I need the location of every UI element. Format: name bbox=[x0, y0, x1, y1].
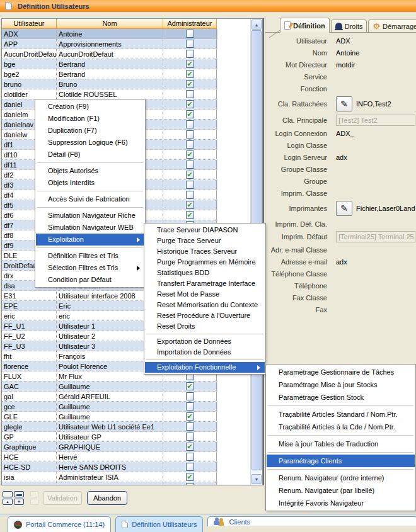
menu-item-parametrage-gestionnaire-de-taches[interactable]: Paramétrage Gestionnaire de Tâches bbox=[267, 366, 415, 378]
field-value[interactable]: ADX_ bbox=[336, 130, 354, 137]
field-value[interactable]: adx bbox=[336, 258, 347, 266]
menu-item-duplication-f7[interactable]: Duplication (F7) bbox=[36, 125, 144, 137]
list-edit-button[interactable]: ✎ bbox=[336, 201, 352, 216]
admin-checkbox[interactable] bbox=[186, 453, 194, 461]
admin-checkbox[interactable] bbox=[186, 140, 194, 149]
tab-definition[interactable]: Définition bbox=[280, 18, 330, 33]
nav-bar-button[interactable] bbox=[14, 491, 24, 497]
menu-item-definition-filtres-et-tris[interactable]: Définition Filtres et Tris bbox=[36, 250, 144, 262]
menu-item-reset-memorisation-du-contexte[interactable]: Reset Mémorisation du Contexte bbox=[145, 300, 265, 310]
table-row[interactable]: galGérald ARFEUIL bbox=[2, 392, 217, 402]
menu-item-statistiques-bdd[interactable]: Statistiques BDD bbox=[145, 268, 265, 278]
menu-item-detail-f8[interactable]: Détail (F8) bbox=[36, 149, 144, 161]
admin-checkbox[interactable]: ✔ bbox=[186, 412, 194, 421]
menu-item-parametrage-mise-a-jour-stocks[interactable]: Paramétrage Mise à jour Stocks bbox=[267, 378, 415, 391]
tab-demarrage[interactable]: ⚙Démarrage bbox=[368, 20, 416, 32]
table-row[interactable]: bge2Bertrand✔ bbox=[2, 69, 217, 79]
table-row[interactable]: GPUtilisateur GP bbox=[2, 432, 217, 442]
table-row[interactable]: gceGuillaume bbox=[2, 402, 217, 412]
admin-checkbox[interactable] bbox=[186, 120, 194, 128]
menu-item-exploitation[interactable]: Exploitation bbox=[36, 234, 144, 246]
admin-checkbox[interactable] bbox=[186, 50, 194, 58]
admin-checkbox[interactable]: ✔ bbox=[186, 70, 194, 78]
menu-item-objets-interdits[interactable]: Objets Interdits bbox=[36, 177, 144, 189]
field-value[interactable]: adx bbox=[336, 154, 347, 161]
menu-item-objets-autorises[interactable]: Objets Autorisés bbox=[36, 165, 144, 177]
scroll-down-icon[interactable]: ▼ bbox=[251, 474, 262, 484]
table-row[interactable]: ADXAntoine bbox=[2, 29, 217, 39]
menu-item-creation-f9[interactable]: Création (F9) bbox=[36, 101, 144, 113]
admin-checkbox[interactable]: ✔ bbox=[186, 110, 194, 118]
tab-droits[interactable]: Droits bbox=[331, 20, 367, 32]
menu-item-purge-programmes-en-memoire[interactable]: Purge Programmes en Mémoire bbox=[145, 257, 265, 268]
table-row[interactable]: GLEGuillaume✔ bbox=[2, 412, 217, 422]
table-row[interactable]: GraphiqueGRAPHIQUE✔ bbox=[2, 442, 217, 452]
table-row[interactable]: ISIA-SAUVESauvegarde Menu ISIA✔ bbox=[2, 482, 217, 485]
admin-checkbox[interactable]: ✔ bbox=[186, 80, 194, 88]
menu-item-reset-droits[interactable]: Reset Droits bbox=[145, 321, 265, 332]
admin-checkbox[interactable] bbox=[186, 130, 194, 139]
taskbar-item-definition-utilisateurs[interactable]: Définition Utilisateurs bbox=[115, 516, 203, 532]
menu-item-parametrage-clients[interactable]: Paramétrage Clients bbox=[267, 455, 415, 467]
admin-checkbox[interactable]: ✔ bbox=[186, 100, 194, 108]
admin-checkbox[interactable]: ✔ bbox=[186, 211, 194, 219]
admin-checkbox[interactable] bbox=[186, 463, 194, 471]
column-header-utilisateur[interactable]: Utilisateur bbox=[2, 19, 57, 29]
menu-item-condition-par-defaut[interactable]: Condition par Défaut bbox=[36, 274, 144, 286]
menu-item-purge-trace-serveur[interactable]: Purge Trace Serveur bbox=[145, 235, 265, 246]
menu-item-historique-traces-serveur[interactable]: Historique Traces Serveur bbox=[145, 246, 265, 257]
admin-checkbox[interactable]: ✔ bbox=[186, 382, 194, 390]
admin-checkbox[interactable] bbox=[186, 181, 194, 189]
table-row[interactable]: HCEHervé bbox=[2, 452, 217, 462]
menu-item-transfert-parametrage-interface[interactable]: Transfert Parametrage Interface bbox=[145, 278, 265, 289]
menu-item-simulation-navigateur-riche[interactable]: Simulation Navigateur Riche bbox=[36, 210, 144, 222]
table-row[interactable]: HCE-SDHervé SANS DROITS bbox=[2, 462, 217, 472]
menu-item-tracabilite-articles-a-la-cde-nom-ptr[interactable]: Traçabilité Articles à la Cde / Nom.Ptr. bbox=[267, 421, 415, 433]
field-value[interactable]: motdir bbox=[336, 61, 355, 69]
table-row[interactable]: bgeBertrand✔ bbox=[2, 59, 217, 69]
menu-item-tracabilite-articles-standard-nom-ptr[interactable]: Traçabilité Articles Standard / Nom.Ptr. bbox=[267, 408, 415, 421]
admin-checkbox[interactable]: ✔ bbox=[186, 473, 194, 481]
admin-checkbox[interactable] bbox=[186, 161, 194, 169]
field-value[interactable]: Antoine bbox=[336, 49, 359, 57]
nav-down-icon[interactable]: ▼ bbox=[14, 499, 24, 505]
admin-checkbox[interactable] bbox=[186, 392, 194, 400]
admin-checkbox[interactable] bbox=[186, 402, 194, 410]
admin-checkbox[interactable] bbox=[186, 30, 194, 38]
admin-checkbox[interactable]: ✔ bbox=[186, 150, 194, 159]
table-row[interactable]: GACGuillaume✔ bbox=[2, 382, 217, 392]
table-row[interactable]: isiaAdministrateur ISIA✔ bbox=[2, 472, 217, 482]
menu-item-integrite-favoris-navigateur[interactable]: Intégrité Favoris Navigateur bbox=[267, 497, 415, 509]
admin-checkbox[interactable]: ✔ bbox=[186, 201, 194, 209]
admin-checkbox[interactable] bbox=[186, 191, 194, 199]
admin-checkbox[interactable] bbox=[186, 433, 194, 441]
nav-up-icon[interactable]: ▲ bbox=[3, 499, 13, 505]
menu-item-suppression-logique-f6[interactable]: Suppression Logique (F6) bbox=[36, 137, 144, 149]
admin-checkbox[interactable] bbox=[186, 422, 194, 431]
table-row[interactable]: brunoBruno✔ bbox=[2, 79, 217, 89]
menu-item-renum-navigateur-ordre-interne[interactable]: Renum. Navigateur (ordre interne) bbox=[267, 472, 415, 484]
admin-checkbox[interactable]: ✔ bbox=[186, 483, 194, 485]
menu-item-acces-suivi-de-fabrication[interactable]: Accès Suivi de Fabrication bbox=[36, 193, 144, 205]
admin-checkbox[interactable] bbox=[186, 90, 194, 98]
scroll-up-icon[interactable]: ▲ bbox=[251, 20, 262, 30]
menu-item-reset-mot-de-passe[interactable]: Reset Mot de Passe bbox=[145, 289, 265, 300]
table-row[interactable]: AucunDroitDefautAucunDroitDefaut bbox=[2, 49, 217, 59]
table-row[interactable]: glegleUtilisateur Web U1 société Ee1 bbox=[2, 422, 217, 432]
menu-item-simulation-navigateur-web[interactable]: Simulation Navigateur WEB bbox=[36, 222, 144, 234]
taskbar-item-clients[interactable]: Clients bbox=[207, 516, 416, 526]
admin-checkbox[interactable]: ✔ bbox=[186, 60, 194, 68]
menu-item-mise-a-jour-tables-de-traduction[interactable]: Mise à jour Tables de Traduction bbox=[267, 438, 415, 450]
menu-item-exportation-de-donnees[interactable]: Exportation de Données bbox=[145, 336, 265, 347]
list-edit-button[interactable]: ✎ bbox=[336, 96, 352, 111]
column-header-administrateur[interactable]: Administrateur bbox=[163, 19, 217, 29]
abandon-button[interactable]: Abandon bbox=[87, 491, 127, 505]
table-row[interactable]: clotilderClotilde ROUSSEL bbox=[2, 89, 217, 99]
menu-item-trace-serveur-diapason[interactable]: Trace Serveur DIAPASON bbox=[145, 225, 265, 235]
nav-empty-button[interactable] bbox=[3, 491, 13, 497]
menu-item-importation-de-donnees[interactable]: Importation de Données bbox=[145, 347, 265, 358]
menu-item-exploitation-fonctionnelle[interactable]: Exploitation Fonctionnelle bbox=[145, 362, 265, 373]
menu-item-parametrage-gestion-stock[interactable]: Paramétrage Gestion Stock bbox=[267, 391, 415, 404]
column-header-nom[interactable]: Nom bbox=[57, 19, 163, 29]
field-value[interactable]: ADX bbox=[336, 37, 350, 45]
